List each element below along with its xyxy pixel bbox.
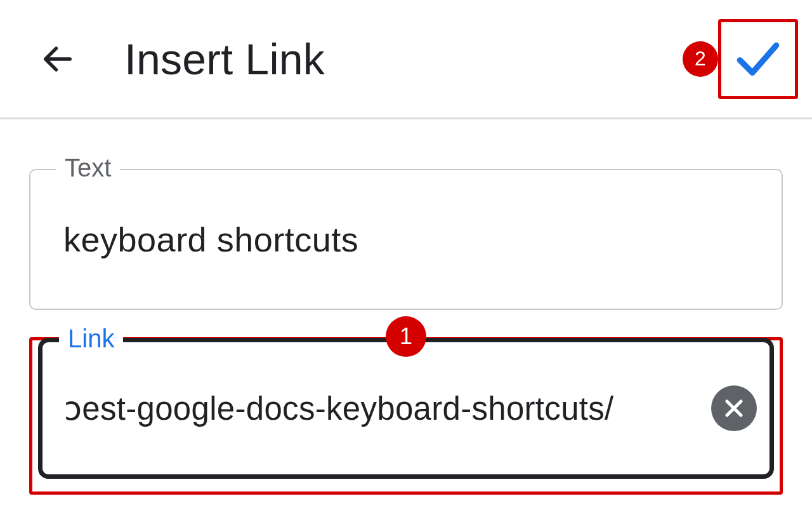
app-bar: Insert Link 2 — [0, 0, 812, 119]
page-title: Insert Link — [124, 34, 325, 84]
link-field-label: Link — [59, 324, 123, 353]
confirm-button-wrapper: 2 — [718, 19, 798, 99]
back-button[interactable] — [36, 37, 80, 81]
text-input[interactable] — [62, 219, 757, 260]
arrow-left-icon — [39, 41, 76, 77]
link-field-wrapper: 1 Link — [29, 338, 783, 479]
annotation-badge-1: 1 — [386, 316, 426, 357]
clear-link-button[interactable] — [711, 385, 757, 431]
annotation-highlight-2 — [718, 19, 798, 99]
content-area: Text 1 Link — [0, 119, 812, 479]
text-field-label: Text — [56, 154, 120, 182]
link-input[interactable] — [63, 389, 698, 428]
text-field[interactable]: Text — [29, 169, 783, 310]
close-icon — [722, 396, 746, 420]
annotation-badge-2: 2 — [683, 41, 718, 77]
link-field[interactable]: Link — [38, 338, 774, 479]
